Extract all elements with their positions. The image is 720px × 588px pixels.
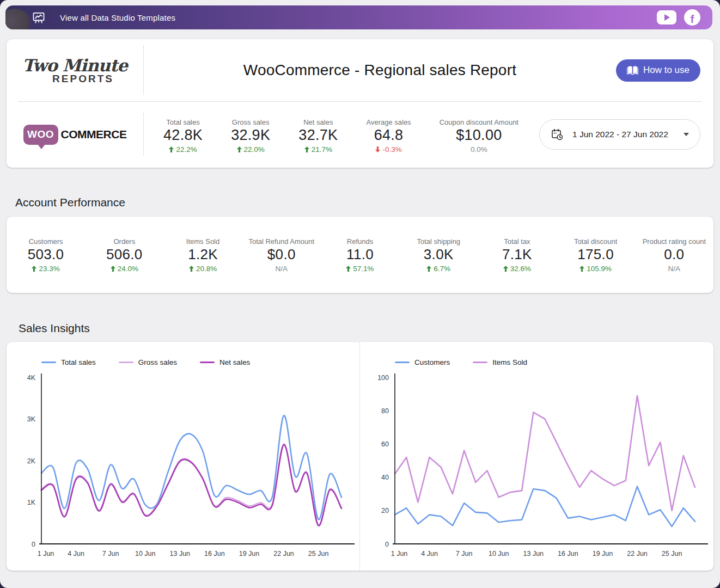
woo-bubble: WOO <box>23 125 58 145</box>
metric-total-discount: Total discount 175.0 105.9% <box>557 237 635 273</box>
legend-gross-sales: Gross sales <box>119 358 177 366</box>
customers-chart-legend: Customers Items Sold <box>395 358 713 366</box>
svg-text:4K: 4K <box>27 374 36 382</box>
account-performance-card: Customers 503.0 23.3% Orders 506.0 24.0%… <box>7 217 713 293</box>
woocommerce-logo: WOO COMMERCE <box>7 113 144 156</box>
banner-decoration <box>5 9 32 29</box>
svg-text:7 Jun: 7 Jun <box>102 550 119 558</box>
account-performance-heading: Account Performance <box>15 196 125 209</box>
svg-text:25 Jun: 25 Jun <box>308 550 329 558</box>
date-range-picker[interactable]: 1 Jun 2022 - 27 Jun 2022 <box>539 119 700 150</box>
svg-text:20: 20 <box>381 507 389 514</box>
svg-text:16 Jun: 16 Jun <box>204 550 225 558</box>
svg-text:25 Jun: 25 Jun <box>662 550 682 558</box>
banner-link-label[interactable]: View all Data Studio Templates <box>60 13 175 22</box>
svg-text:3K: 3K <box>27 415 36 423</box>
metric-refunds: Refunds 11.0 57.1% <box>321 237 399 273</box>
trend-arrow-icon <box>237 146 242 152</box>
svg-text:40: 40 <box>381 474 389 481</box>
svg-text:100: 100 <box>377 374 389 382</box>
trend-arrow-icon <box>304 146 309 152</box>
templates-board-icon <box>32 10 46 24</box>
legend-items-sold: Items Sold <box>473 358 527 366</box>
kpi-average-sales: Average sales 64.8 -0.3% <box>366 118 411 154</box>
svg-text:4 Jun: 4 Jun <box>68 550 84 558</box>
trend-arrow-icon <box>169 146 174 152</box>
trend-arrow-icon <box>189 266 194 272</box>
svg-text:4 Jun: 4 Jun <box>421 550 438 558</box>
customers-chart-panel: Customers Items Sold 0204060801001 Jun4 … <box>360 342 713 571</box>
sales-chart-legend: Total sales Gross sales Net sales <box>41 358 359 366</box>
customers-items-chart: 0204060801001 Jun4 Jun7 Jun10 Jun13 Jun1… <box>360 370 713 564</box>
svg-text:10 Jun: 10 Jun <box>135 550 156 558</box>
brand-script-text: Two Minute <box>22 56 127 75</box>
svg-text:22 Jun: 22 Jun <box>627 550 648 558</box>
kpi-coupon-discount: Coupon discount Amount $10.00 0.0% <box>440 118 518 154</box>
header-kpi-row: WOO COMMERCE Total sales 42.8K 22.2% Gro… <box>7 102 713 167</box>
svg-text:1 Jun: 1 Jun <box>38 550 54 558</box>
two-minute-reports-logo: Two Minute REPORTS <box>7 46 144 95</box>
book-icon <box>627 65 638 75</box>
legend-customers: Customers <box>395 358 450 366</box>
banner-social-icons: f <box>657 9 700 26</box>
header-kpis: Total sales 42.8K 22.2% Gross sales 32.9… <box>144 116 539 154</box>
svg-text:19 Jun: 19 Jun <box>593 550 613 558</box>
svg-text:0: 0 <box>385 541 389 548</box>
brand-caps-text: REPORTS <box>36 73 114 85</box>
legend-swatch <box>41 362 56 364</box>
chevron-down-icon <box>684 133 689 136</box>
metric-orders: Orders 506.0 24.0% <box>85 237 163 273</box>
trend-arrow-icon <box>503 266 508 272</box>
calendar-clock-icon <box>551 128 564 141</box>
legend-swatch <box>119 362 133 364</box>
top-banner[interactable]: View all Data Studio Templates f <box>5 5 712 29</box>
how-to-use-label: How to use <box>643 65 690 76</box>
trend-arrow-icon <box>375 146 380 152</box>
metric-items-sold: Items Sold 1.2K 20.8% <box>163 237 242 273</box>
youtube-play-glyph <box>664 14 670 21</box>
legend-swatch <box>395 362 410 364</box>
metric-total-shipping: Total shipping 3.0K 6.7% <box>399 237 478 273</box>
sales-chart-panel: Total sales Gross sales Net sales 01K2K3… <box>7 342 360 571</box>
date-range-value: 1 Jun 2022 - 27 Jun 2022 <box>572 130 675 139</box>
svg-text:0: 0 <box>32 541 35 548</box>
kpi-gross-sales: Gross sales 32.9K 22.0% <box>231 118 270 154</box>
legend-swatch <box>200 362 215 364</box>
kpi-net-sales: Net sales 32.7K 21.7% <box>298 118 338 154</box>
header-top-row: Two Minute REPORTS WooCommerce - Regiona… <box>7 39 713 101</box>
trend-arrow-icon <box>426 266 431 272</box>
svg-text:13 Jun: 13 Jun <box>170 550 191 558</box>
svg-text:16 Jun: 16 Jun <box>558 550 578 558</box>
sales-trend-chart: 01K2K3K4K1 Jun4 Jun7 Jun10 Jun13 Jun16 J… <box>7 370 359 564</box>
svg-text:60: 60 <box>381 440 389 448</box>
legend-total-sales: Total sales <box>41 358 96 366</box>
svg-text:7 Jun: 7 Jun <box>456 550 473 558</box>
trend-arrow-icon <box>32 266 36 272</box>
legend-swatch <box>473 362 487 364</box>
trend-arrow-icon <box>346 266 351 272</box>
metric-total-tax: Total tax 7.1K 32.6% <box>478 237 556 273</box>
sales-insights-card: Total sales Gross sales Net sales 01K2K3… <box>7 342 713 571</box>
trend-arrow-icon <box>111 266 115 272</box>
svg-text:10 Jun: 10 Jun <box>489 550 509 558</box>
svg-text:13 Jun: 13 Jun <box>523 550 544 558</box>
svg-text:2K: 2K <box>27 457 36 465</box>
svg-text:22 Jun: 22 Jun <box>273 550 294 558</box>
svg-text:1K: 1K <box>27 499 36 506</box>
sales-insights-heading: Sales Insights <box>19 322 90 335</box>
metric-product-rating-count: Product rating count 0.0 N/A <box>635 237 713 273</box>
facebook-icon[interactable]: f <box>684 9 700 26</box>
youtube-icon[interactable] <box>657 10 676 24</box>
woo-wordmark: COMMERCE <box>61 128 127 141</box>
svg-text:1 Jun: 1 Jun <box>391 550 408 558</box>
legend-net-sales: Net sales <box>200 358 250 366</box>
trend-arrow-icon <box>579 266 584 272</box>
woo-bubble-tail <box>38 144 45 149</box>
page-title: WooCommerce - Regional sales Report <box>144 62 616 79</box>
metric-total-refund: Total Refund Amount $0.0 N/A <box>242 237 321 273</box>
svg-text:19 Jun: 19 Jun <box>239 550 260 558</box>
svg-text:80: 80 <box>381 407 389 415</box>
dashboard-page: View all Data Studio Templates f Two Min… <box>0 0 720 588</box>
metric-customers: Customers 503.0 23.3% <box>7 237 85 273</box>
how-to-use-button[interactable]: How to use <box>616 59 700 82</box>
